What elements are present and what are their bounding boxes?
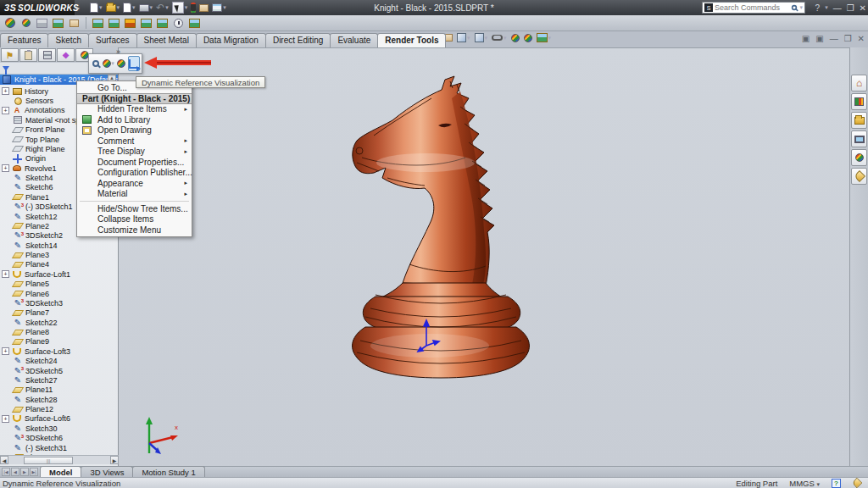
units-selector[interactable]: MMGS ▾ bbox=[789, 479, 820, 488]
appearance-target-button[interactable] bbox=[116, 56, 126, 71]
tree-item-plane6[interactable]: Plane6 bbox=[0, 289, 119, 298]
edit-appearance-button[interactable] bbox=[511, 34, 520, 42]
tab-direct-editing[interactable]: Direct Editing bbox=[265, 33, 331, 47]
file-properties-icon[interactable] bbox=[199, 4, 209, 12]
menu-expand-arrow[interactable]: ▸ bbox=[76, 4, 80, 12]
undo-icon[interactable]: ↶ bbox=[156, 2, 164, 14]
dimxpertmanager-tab[interactable]: ◆ bbox=[57, 48, 75, 62]
magnified-selection-button[interactable] bbox=[91, 56, 101, 71]
previous-window-button[interactable]: ▣ bbox=[802, 34, 810, 43]
bottom-tab-motion-study-1[interactable]: Motion Study 1 bbox=[132, 466, 204, 477]
tree-item-plane8[interactable]: Plane8 bbox=[0, 327, 119, 336]
edit-appearance-button[interactable] bbox=[3, 17, 16, 30]
tab-sheet-metal[interactable]: Sheet Metal bbox=[136, 33, 197, 47]
configurationmanager-tab[interactable] bbox=[38, 48, 56, 62]
tree-item-plane7[interactable]: Plane7 bbox=[0, 308, 119, 318]
menu-item-collapse-items[interactable]: Collapse Items bbox=[77, 214, 192, 225]
expand-icon[interactable]: + bbox=[2, 270, 9, 278]
copy-appearance-button[interactable] bbox=[19, 17, 32, 30]
expand-icon[interactable]: + bbox=[2, 87, 9, 95]
menu-item-configuration-publisher-[interactable]: Configuration Publisher... bbox=[77, 168, 192, 179]
expand-icon[interactable]: + bbox=[2, 347, 9, 355]
tag-icon[interactable] bbox=[852, 478, 863, 488]
viewport-3d[interactable]: x bbox=[119, 47, 849, 466]
quick-tips-icon[interactable]: ? bbox=[832, 479, 841, 488]
options-dropdown-icon[interactable]: ▾ bbox=[223, 4, 226, 11]
view-settings-dropdown-icon[interactable]: ▾ bbox=[548, 35, 552, 42]
propertymanager-tab[interactable] bbox=[19, 48, 37, 62]
tab-features[interactable]: Features bbox=[0, 33, 48, 47]
tab-data-migration[interactable]: Data Migration bbox=[196, 33, 266, 47]
bottom-tab-3d-views[interactable]: 3D Views bbox=[81, 466, 133, 477]
display-style-dropdown-icon[interactable]: ▾ bbox=[485, 35, 488, 42]
select-dropdown-icon[interactable]: ▾ bbox=[185, 4, 188, 11]
tree-item-plane3[interactable]: Plane3 bbox=[0, 250, 119, 259]
tree-item-sketch14[interactable]: ✎Sketch14 bbox=[0, 241, 119, 250]
filter-funnel-icon[interactable] bbox=[3, 66, 9, 71]
tree-item-3dsketch5[interactable]: ✎3DSketch5 bbox=[0, 366, 119, 375]
dynamic-reference-visualization-button[interactable] bbox=[128, 56, 140, 71]
view-palette-button[interactable] bbox=[851, 130, 867, 147]
tree-item-plane11[interactable]: Plane11 bbox=[0, 385, 119, 395]
menu-item-hidden-tree-items[interactable]: Hidden Tree Items▸ bbox=[77, 104, 192, 115]
solidworks-resources-button[interactable]: ⌂ bbox=[851, 75, 867, 92]
tree-item-3dsketch3[interactable]: ✎3DSketch3 bbox=[0, 298, 119, 308]
paste-appearance-button[interactable] bbox=[36, 17, 48, 30]
menu-item-comment[interactable]: Comment▸ bbox=[77, 136, 192, 147]
search-commands-box[interactable]: S ▾ bbox=[702, 2, 805, 14]
render-options-button[interactable] bbox=[156, 17, 169, 30]
menu-item-hide-show-tree-items-[interactable]: Hide/Show Tree Items... bbox=[77, 203, 192, 214]
close-button[interactable]: ✕ bbox=[858, 34, 865, 43]
menu-item-customize-menu[interactable]: Customize Menu bbox=[77, 225, 192, 236]
tree-item-plane12[interactable]: Plane12 bbox=[0, 404, 119, 413]
next-tab-button[interactable]: ▶ bbox=[20, 468, 29, 476]
view-traffic-light-icon[interactable] bbox=[191, 3, 196, 13]
integrated-preview-button[interactable] bbox=[92, 17, 104, 30]
expand-icon[interactable]: + bbox=[2, 164, 9, 172]
menu-item-appearance[interactable]: Appearance▸ bbox=[77, 178, 192, 189]
view-orientation-button[interactable]: ▾ bbox=[457, 33, 470, 42]
menu-item-document-properties-[interactable]: Document Properties... bbox=[77, 157, 192, 168]
restore-button[interactable]: ❐ bbox=[844, 34, 852, 43]
edit-appearance-button[interactable]: ▾ bbox=[103, 56, 114, 71]
render-region-button[interactable] bbox=[140, 17, 153, 30]
scroll-right-arrow[interactable]: ▶ bbox=[110, 456, 119, 464]
search-icon[interactable] bbox=[792, 5, 797, 10]
print-icon[interactable] bbox=[139, 4, 149, 12]
tree-item-plane9[interactable]: Plane9 bbox=[0, 337, 119, 347]
knight-model[interactable] bbox=[337, 73, 548, 382]
menu-item-tree-display[interactable]: Tree Display▸ bbox=[77, 147, 192, 158]
bottom-tab-model[interactable]: Model bbox=[40, 466, 81, 477]
menu-item-add-to-library[interactable]: Add to Library bbox=[77, 114, 192, 125]
display-style-button[interactable]: ▾ bbox=[475, 33, 488, 42]
hide-show-items-dropdown-icon[interactable]: ▾ bbox=[504, 35, 507, 42]
menu-item-material[interactable]: Material▸ bbox=[77, 189, 192, 200]
tab-evaluate[interactable]: Evaluate bbox=[330, 33, 378, 47]
select-button[interactable] bbox=[172, 2, 184, 14]
restore-button[interactable]: ❐ bbox=[847, 3, 854, 13]
print-dropdown-icon[interactable]: ▾ bbox=[150, 4, 153, 11]
tree-item-surface-loft3[interactable]: +Surface-Loft3 bbox=[0, 347, 119, 356]
open-document-icon[interactable] bbox=[106, 4, 116, 12]
tree-item-plane5[interactable]: Plane5 bbox=[0, 280, 119, 289]
tree-item-surface-loft1[interactable]: +Surface-Loft1 bbox=[0, 269, 119, 279]
tab-render-tools[interactable]: Render Tools bbox=[377, 33, 446, 47]
first-tab-button[interactable]: |◀ bbox=[2, 468, 10, 476]
featuremanager-tab[interactable]: ⚑ bbox=[1, 48, 19, 62]
apply-scene-button[interactable] bbox=[524, 34, 532, 42]
preview-window-button[interactable] bbox=[108, 17, 120, 30]
appearances-scenes-button[interactable] bbox=[851, 149, 867, 166]
search-dropdown-icon[interactable]: ▾ bbox=[799, 4, 803, 11]
tab-sketch[interactable]: Sketch bbox=[47, 33, 89, 47]
menu-item-open-drawing[interactable]: Open Drawing bbox=[77, 125, 192, 136]
scroll-thumb[interactable]: ||| bbox=[24, 457, 73, 464]
schedule-render-button[interactable] bbox=[172, 17, 185, 30]
prev-tab-button[interactable]: ◀ bbox=[11, 468, 19, 476]
edit-appearance-dropdown-icon[interactable]: ▾ bbox=[111, 60, 114, 67]
recall-last-render-button[interactable] bbox=[188, 17, 201, 30]
open-document-dropdown-icon[interactable]: ▾ bbox=[117, 4, 120, 11]
new-document-dropdown-icon[interactable]: ▾ bbox=[99, 4, 103, 11]
tree-item-sketch30[interactable]: ✎Sketch30 bbox=[0, 424, 119, 433]
tree-item-surface-loft6[interactable]: +Surface-Loft6 bbox=[0, 414, 119, 424]
minimize-button[interactable]: — bbox=[830, 34, 838, 43]
